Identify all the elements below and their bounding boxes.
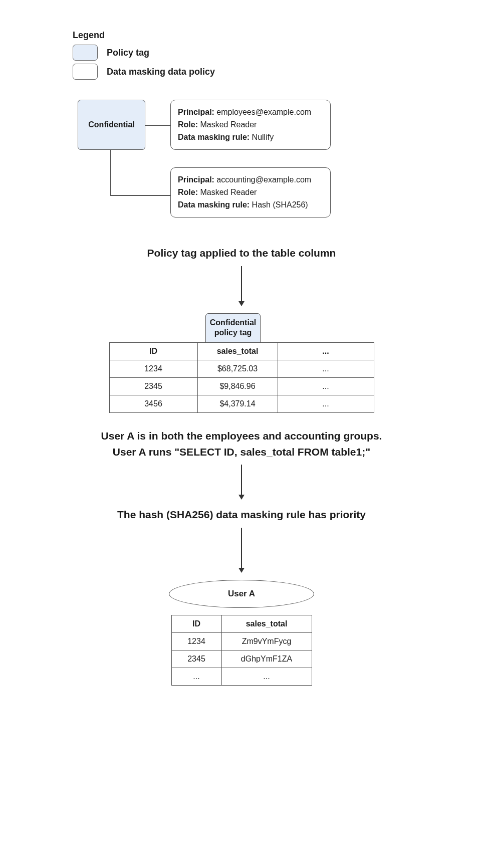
arrow-down	[0, 528, 483, 573]
connector-line	[145, 125, 170, 126]
table-header-row: ID sales_total	[171, 615, 312, 632]
arrow-head-icon	[238, 495, 245, 500]
heading-priority: The hash (SHA256) data masking rule has …	[40, 507, 443, 523]
table-cell: 2345	[171, 650, 221, 668]
principal-label: Principal:	[178, 108, 214, 116]
column-header: ID	[109, 343, 197, 360]
table-cell: Zm9vYmFycg	[221, 632, 312, 650]
rule-label: Data masking rule:	[178, 200, 250, 209]
tag-line2: policy tag	[214, 328, 252, 337]
data-policy-employees: Principal: employees@example.com Role: M…	[170, 100, 331, 150]
table-cell: ...	[278, 395, 374, 413]
heading-user-context: User A is in both the employees and acco…	[40, 428, 443, 460]
arrow-down	[0, 465, 483, 500]
role-value: Masked Reader	[200, 188, 257, 196]
tag-line1: Confidential	[210, 318, 256, 327]
role-label: Role:	[178, 188, 198, 196]
heading-user-line2: User A runs "SELECT ID, sales_total FROM…	[113, 446, 370, 458]
rule-label: Data masking rule:	[178, 133, 250, 141]
rule-value: Nullify	[252, 133, 274, 141]
connector-line	[110, 195, 170, 196]
table-cell: $4,379.14	[197, 395, 278, 413]
table-cell: 2345	[109, 378, 197, 395]
user-oval-wrap: User A	[0, 580, 483, 608]
diagram-container: Legend Policy tag Data masking data poli…	[0, 30, 483, 686]
table-row: ... ...	[171, 668, 312, 685]
table-row: 1234 Zm9vYmFycg	[171, 632, 312, 650]
table-cell: 1234	[171, 632, 221, 650]
policy-section: Confidential Principal: employees@exampl…	[78, 100, 483, 230]
table-cell: $68,725.03	[197, 360, 278, 378]
table-row: 3456 $4,379.14 ...	[109, 395, 374, 413]
column-confidential-tag: Confidential policy tag	[205, 313, 261, 343]
table-cell: 3456	[109, 395, 197, 413]
table-cell: ...	[221, 668, 312, 685]
arrow-shaft-icon	[241, 266, 242, 301]
table-cell: dGhpYmF1ZA	[221, 650, 312, 668]
result-table-wrap: ID sales_total 1234 Zm9vYmFycg 2345 dGhp…	[0, 615, 483, 686]
table-header-row: ID sales_total ...	[109, 343, 374, 360]
connector-line	[110, 150, 111, 195]
result-table: ID sales_total 1234 Zm9vYmFycg 2345 dGhp…	[171, 615, 312, 686]
table-cell: ...	[171, 668, 221, 685]
role-value: Masked Reader	[200, 120, 257, 129]
legend-row-masking-policy: Data masking data policy	[73, 64, 483, 80]
table-cell: ...	[278, 360, 374, 378]
legend: Legend Policy tag Data masking data poli…	[73, 30, 483, 80]
legend-title: Legend	[73, 30, 483, 41]
original-table-wrap: ID sales_total ... 1234 $68,725.03 ... 2…	[0, 342, 483, 413]
data-policy-accounting: Principal: accounting@example.com Role: …	[170, 167, 331, 218]
principal-value: employees@example.com	[216, 108, 311, 116]
table-row: 2345 $9,846.96 ...	[109, 378, 374, 395]
column-header: ID	[171, 615, 221, 632]
column-header: sales_total	[197, 343, 278, 360]
original-table: ID sales_total ... 1234 $68,725.03 ... 2…	[109, 342, 374, 413]
legend-label-policy-tag: Policy tag	[107, 48, 149, 58]
table-row: 2345 dGhpYmF1ZA	[171, 650, 312, 668]
heading-user-line1: User A is in both the employees and acco…	[101, 430, 382, 442]
table-row: 1234 $68,725.03 ...	[109, 360, 374, 378]
column-header: ...	[278, 343, 374, 360]
legend-swatch-white	[73, 64, 98, 80]
arrow-shaft-icon	[241, 465, 242, 495]
legend-label-masking-policy: Data masking data policy	[107, 67, 215, 77]
column-tag-wrap: Confidential policy tag	[0, 313, 483, 343]
heading-policy-applied: Policy tag applied to the table column	[40, 245, 443, 261]
arrow-head-icon	[238, 568, 245, 573]
table-cell: ...	[278, 378, 374, 395]
table-cell: $9,846.96	[197, 378, 278, 395]
user-a-oval: User A	[169, 580, 314, 608]
table-cell: 1234	[109, 360, 197, 378]
principal-label: Principal:	[178, 175, 214, 184]
arrow-down	[0, 266, 483, 306]
legend-row-policy-tag: Policy tag	[73, 45, 483, 61]
column-header: sales_total	[221, 615, 312, 632]
rule-value: Hash (SHA256)	[252, 200, 308, 209]
principal-value: accounting@example.com	[216, 175, 311, 184]
arrow-shaft-icon	[241, 528, 242, 568]
role-label: Role:	[178, 120, 198, 129]
legend-swatch-blue	[73, 45, 98, 61]
arrow-head-icon	[238, 301, 245, 306]
confidential-tag-box: Confidential	[78, 100, 145, 150]
